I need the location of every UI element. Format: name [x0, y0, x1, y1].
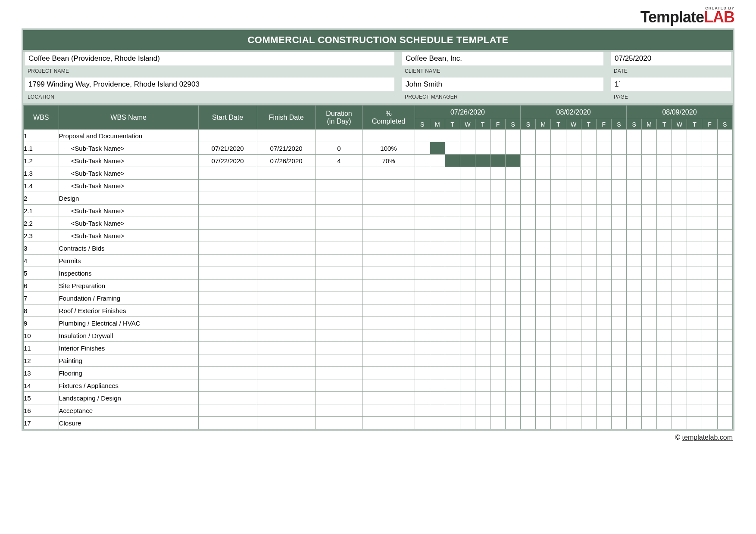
cell-duration[interactable] [316, 379, 362, 392]
gantt-cell[interactable] [430, 130, 445, 142]
gantt-cell[interactable] [581, 242, 596, 255]
gantt-cell[interactable] [702, 417, 717, 429]
gantt-cell[interactable] [627, 292, 642, 304]
gantt-cell[interactable] [596, 255, 611, 267]
gantt-cell[interactable] [460, 230, 475, 242]
gantt-cell[interactable] [551, 342, 566, 354]
gantt-cell[interactable] [581, 255, 596, 267]
gantt-cell[interactable] [415, 267, 430, 279]
gantt-cell[interactable] [627, 354, 642, 367]
cell-duration[interactable] [316, 329, 362, 342]
gantt-cell[interactable] [611, 230, 626, 242]
gantt-cell[interactable] [415, 329, 430, 342]
gantt-cell[interactable] [642, 392, 657, 404]
gantt-cell[interactable] [430, 292, 445, 304]
gantt-cell[interactable] [475, 292, 490, 304]
cell-start-date[interactable] [198, 392, 257, 404]
cell-start-date[interactable] [198, 404, 257, 417]
cell-wbs-name[interactable]: Painting [59, 354, 198, 367]
cell-finish-date[interactable] [257, 130, 316, 142]
gantt-cell[interactable] [490, 317, 506, 329]
gantt-cell[interactable] [702, 130, 717, 142]
gantt-cell[interactable] [551, 392, 566, 404]
gantt-cell[interactable] [611, 342, 626, 354]
cell-wbs-name[interactable]: <Sub-Task Name> [59, 180, 198, 192]
gantt-cell[interactable] [642, 205, 657, 217]
gantt-cell[interactable] [581, 304, 596, 317]
gantt-cell[interactable] [415, 142, 430, 155]
cell-wbs-name[interactable]: Contracts / Bids [59, 242, 198, 255]
gantt-cell[interactable] [717, 267, 732, 279]
gantt-cell[interactable] [596, 304, 611, 317]
gantt-cell[interactable] [506, 242, 521, 255]
gantt-cell[interactable] [672, 230, 687, 242]
cell-wbs[interactable]: 1.3 [24, 167, 59, 180]
cell-pct-completed[interactable] [362, 304, 415, 317]
gantt-cell[interactable] [445, 404, 460, 417]
gantt-cell[interactable] [717, 367, 732, 379]
gantt-cell[interactable] [672, 392, 687, 404]
gantt-cell[interactable] [581, 279, 596, 292]
gantt-cell[interactable] [506, 304, 521, 317]
gantt-cell[interactable] [521, 130, 536, 142]
gantt-cell[interactable] [657, 167, 672, 180]
gantt-cell[interactable] [506, 180, 521, 192]
cell-duration[interactable] [316, 180, 362, 192]
gantt-cell[interactable] [490, 192, 506, 205]
gantt-cell[interactable] [445, 167, 460, 180]
gantt-cell[interactable] [581, 354, 596, 367]
gantt-cell[interactable] [506, 142, 521, 155]
cell-wbs-name[interactable]: Site Preparation [59, 279, 198, 292]
gantt-cell[interactable] [687, 142, 702, 155]
gantt-cell[interactable] [475, 279, 490, 292]
gantt-cell[interactable] [475, 267, 490, 279]
gantt-cell[interactable] [566, 367, 581, 379]
cell-wbs[interactable]: 1 [24, 130, 59, 142]
gantt-cell[interactable] [430, 279, 445, 292]
gantt-cell[interactable] [490, 367, 506, 379]
gantt-cell[interactable] [687, 354, 702, 367]
cell-pct-completed[interactable] [362, 342, 415, 354]
gantt-cell[interactable] [521, 242, 536, 255]
gantt-cell[interactable] [475, 417, 490, 429]
gantt-cell[interactable] [536, 180, 551, 192]
gantt-cell[interactable] [717, 155, 732, 167]
gantt-cell[interactable] [657, 379, 672, 392]
gantt-cell[interactable] [672, 292, 687, 304]
gantt-cell[interactable] [611, 329, 626, 342]
gantt-cell[interactable] [581, 342, 596, 354]
gantt-cell[interactable] [702, 180, 717, 192]
cell-wbs[interactable]: 1.2 [24, 155, 59, 167]
cell-pct-completed[interactable] [362, 255, 415, 267]
gantt-cell[interactable] [445, 417, 460, 429]
cell-wbs[interactable]: 2 [24, 192, 59, 205]
gantt-cell[interactable] [460, 242, 475, 255]
cell-duration[interactable] [316, 230, 362, 242]
gantt-cell[interactable] [642, 230, 657, 242]
gantt-cell[interactable] [415, 292, 430, 304]
gantt-cell[interactable] [702, 292, 717, 304]
gantt-cell[interactable] [672, 217, 687, 230]
gantt-cell[interactable] [672, 242, 687, 255]
gantt-cell[interactable] [596, 192, 611, 205]
cell-duration[interactable] [316, 342, 362, 354]
gantt-cell[interactable] [475, 192, 490, 205]
gantt-cell[interactable] [627, 180, 642, 192]
cell-wbs[interactable]: 6 [24, 279, 59, 292]
gantt-cell[interactable] [521, 192, 536, 205]
cell-finish-date[interactable] [257, 304, 316, 317]
gantt-cell[interactable] [581, 392, 596, 404]
gantt-cell[interactable] [702, 404, 717, 417]
gantt-cell[interactable] [490, 342, 506, 354]
gantt-cell[interactable] [445, 155, 460, 167]
gantt-cell[interactable] [627, 255, 642, 267]
gantt-cell[interactable] [521, 142, 536, 155]
cell-wbs-name[interactable]: Fixtures / Appliances [59, 379, 198, 392]
gantt-cell[interactable] [642, 304, 657, 317]
cell-duration[interactable] [316, 317, 362, 329]
gantt-cell[interactable] [551, 205, 566, 217]
gantt-cell[interactable] [702, 342, 717, 354]
cell-duration[interactable] [316, 367, 362, 379]
cell-finish-date[interactable] [257, 255, 316, 267]
gantt-cell[interactable] [566, 304, 581, 317]
